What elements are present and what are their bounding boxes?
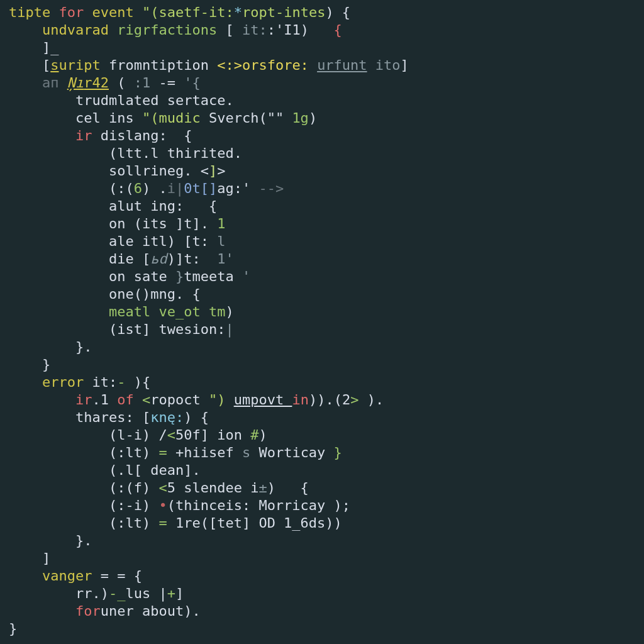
code-line[interactable]: } [9, 620, 636, 638]
code-line[interactable]: sollrineg. <]> [9, 162, 636, 180]
code-token: < [142, 392, 150, 408]
code-line[interactable]: ]_ [9, 39, 636, 57]
code-line[interactable]: tipte for event "(saetf-іt:*ropt-intes) … [9, 4, 636, 21]
code-line[interactable]: (:(f) <5 slendee i±) { [9, 479, 636, 497]
code-token: vanger [42, 568, 101, 584]
code-token: die [ [109, 251, 150, 267]
code-token: orsfore: [242, 57, 317, 73]
code-line[interactable]: rr.)-_lus |+] [9, 585, 636, 602]
code-line[interactable]: foruner about). [9, 602, 636, 620]
code-token: (ist] twesion: [109, 321, 225, 337]
indent [9, 269, 109, 284]
code-token: rr.) [75, 586, 109, 601]
code-token: }. [75, 533, 92, 548]
code-token: of [117, 392, 142, 408]
code-line[interactable]: vanger = = { [9, 567, 636, 585]
code-token: ) { [267, 480, 309, 496]
code-token: > [350, 392, 358, 408]
code-token: r42 [84, 75, 109, 91]
code-token: - [117, 374, 134, 390]
code-token: 1 [217, 216, 225, 231]
code-token: i| [167, 180, 184, 196]
code-token: Ņı [67, 75, 84, 91]
indent [9, 304, 109, 319]
code-line[interactable]: (ltt.l thirited. [9, 145, 636, 162]
indent [9, 409, 75, 425]
code-token: 5 slendee i [167, 480, 259, 496]
code-token: [ [42, 57, 50, 73]
code-token: (l-i) / [109, 427, 167, 443]
code-line[interactable]: (:lt) = 1re([tet] OD 1_6ds)) [9, 514, 636, 532]
code-token: (:( [109, 180, 134, 196]
code-line[interactable]: }. [9, 532, 636, 550]
code-editor[interactable]: tipte for event "(saetf-іt:*ropt-intes) … [0, 0, 644, 641]
code-token: (thinceis: Morricay ); [167, 497, 350, 513]
code-token: 6 [134, 180, 142, 196]
code-token: event [92, 4, 142, 20]
code-line[interactable]: }. [9, 338, 636, 356]
code-line[interactable]: ir.1 of <ropoct ") umpovt in)).(2> ). [9, 391, 636, 409]
code-token: ) [301, 22, 309, 38]
code-token: on [109, 269, 126, 284]
code-token: one()mng. { [109, 286, 201, 302]
code-token: l [217, 233, 225, 249]
code-token: } [42, 357, 50, 372]
code-token: tmeeta [184, 269, 242, 284]
code-token: urfunt [317, 57, 367, 73]
code-token: ] [175, 586, 184, 601]
code-token: ( [109, 75, 134, 91]
code-line[interactable]: error it:- ){ [9, 374, 636, 391]
code-line[interactable]: aп Ņır42 ( :1 -= '{ [9, 74, 636, 92]
code-line[interactable]: ir dislang: { [9, 127, 636, 145]
code-token: ){ [134, 374, 151, 390]
indent [9, 339, 75, 355]
indent [9, 286, 109, 302]
code-line[interactable]: [suript fromntiption <:>orsfore: urfunt … [9, 57, 636, 74]
code-line[interactable]: die [ьd)]t: 1' [9, 250, 636, 268]
code-line[interactable]: (ist] twesion:| [9, 321, 636, 338]
code-token: dislang: { [101, 128, 192, 143]
indent [9, 568, 42, 584]
code-token: +hiisef [175, 445, 242, 460]
code-token: ) [258, 427, 267, 443]
code-token: ± [258, 480, 267, 496]
code-line[interactable]: ] [9, 550, 636, 567]
code-line[interactable]: } [9, 356, 636, 374]
code-line[interactable]: thares: [кnę:) { [9, 409, 636, 426]
code-line[interactable]: ale itl) [t: l [9, 233, 636, 250]
code-token: '{ [184, 75, 201, 91]
code-token: 50f] ion [175, 427, 250, 443]
code-token: cel ins [75, 110, 142, 126]
code-line[interactable]: on (its ]t]. 1 [9, 215, 636, 233]
code-token: ьd [150, 251, 167, 267]
indent [9, 251, 109, 267]
code-line[interactable]: cel ins "(mudic Sverch("" 1g) [9, 109, 636, 127]
code-line[interactable]: meatl ve_ot tm) [9, 303, 636, 321]
code-token: )). [309, 392, 334, 408]
code-line[interactable]: (l-i) /<50f] ion #) [9, 426, 636, 444]
code-line[interactable]: trudmlated sertace. [9, 92, 636, 109]
indent [9, 110, 75, 126]
code-token: mudic [158, 110, 208, 126]
code-token: > [217, 163, 225, 179]
code-line[interactable]: one()mng. { [9, 286, 636, 303]
code-token: ") [209, 392, 234, 408]
code-token: (:lt) [109, 445, 158, 460]
code-line[interactable]: (:-i) •(thinceis: Morricay ); [9, 497, 636, 514]
code-token: _ [50, 40, 58, 55]
code-token: ) { [184, 409, 209, 425]
code-line[interactable]: on sate }tmeeta ' [9, 268, 636, 286]
code-token: ). [358, 392, 384, 408]
code-line[interactable]: undvarad rigrfactions [ it::'I1) { [9, 21, 636, 39]
code-token: кnę: [150, 409, 184, 425]
code-token: ) { [325, 4, 350, 20]
code-token: fromntiption [109, 57, 217, 73]
code-line[interactable]: (:(6) .i|0t[]ag:' --> [9, 180, 636, 197]
code-token: = [158, 445, 175, 460]
code-line[interactable]: (:lt) = +hiisef ѕ Worticay } [9, 444, 636, 462]
code-line[interactable]: alut ing: { [9, 197, 636, 215]
code-token: undvarad [42, 22, 117, 38]
code-token: error [42, 374, 92, 390]
code-line[interactable]: (.l[ dean]. [9, 462, 636, 479]
code-token: sollrineg. [109, 163, 201, 179]
